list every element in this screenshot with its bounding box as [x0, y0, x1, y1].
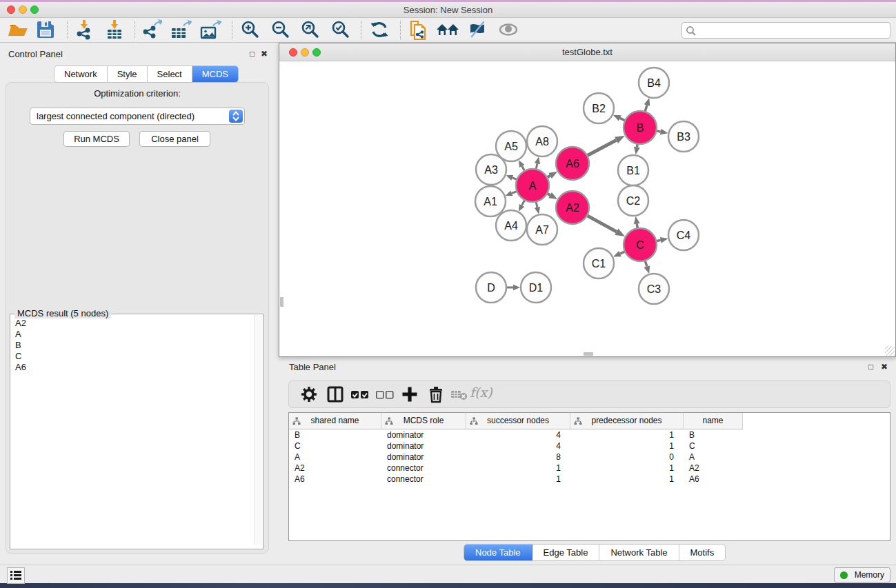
table-cell[interactable]: 4: [466, 440, 570, 452]
graph-node-C4[interactable]: C4: [668, 220, 699, 250]
graph-node-B[interactable]: B: [624, 111, 657, 144]
export-image-icon[interactable]: [198, 19, 223, 41]
graph-node-A2[interactable]: A2: [556, 191, 589, 224]
table-cell[interactable]: connector: [381, 474, 466, 485]
close-panel-icon[interactable]: ✖: [261, 49, 268, 59]
tab-select[interactable]: Select: [148, 66, 192, 82]
table-row[interactable]: Adominator80A: [289, 452, 890, 463]
mcds-list-scrollbar[interactable]: [254, 315, 262, 545]
column-header[interactable]: name: [684, 413, 743, 429]
mcds-result-item[interactable]: C: [11, 350, 254, 361]
graph-node-C3[interactable]: C3: [639, 274, 669, 304]
graph-node-A4[interactable]: A4: [496, 210, 526, 241]
graph-node-C1[interactable]: C1: [584, 248, 614, 278]
float-panel-icon[interactable]: □: [250, 49, 255, 59]
graph-edge[interactable]: [586, 215, 617, 232]
table-cell[interactable]: 0: [570, 452, 684, 463]
graph-node-B4[interactable]: B4: [639, 68, 669, 98]
import-network-icon[interactable]: [72, 19, 97, 41]
export-table-icon[interactable]: [168, 19, 193, 41]
tab-edge-table[interactable]: Edge Table: [532, 545, 600, 560]
tab-mcds[interactable]: MCDS: [192, 66, 238, 82]
column-header[interactable]: MCDS role: [381, 413, 466, 429]
network-vertical-scrollbar-thumb[interactable]: [280, 297, 283, 307]
home-icon[interactable]: [435, 19, 460, 41]
table-cell[interactable]: 4: [466, 429, 570, 440]
graph-node-B1[interactable]: B1: [618, 155, 648, 185]
mcds-result-item[interactable]: A2: [11, 317, 254, 328]
open-session-icon[interactable]: [6, 19, 30, 41]
table-cell[interactable]: 1: [570, 463, 684, 474]
table-cell[interactable]: dominator: [381, 452, 466, 463]
run-mcds-button[interactable]: Run MCDS: [63, 131, 130, 147]
close-table-panel-icon[interactable]: ✖: [881, 362, 888, 372]
select-all-icon[interactable]: [350, 385, 370, 405]
export-network-icon[interactable]: [139, 19, 164, 41]
deselect-all-icon[interactable]: [375, 385, 395, 405]
graph-node-C[interactable]: C: [624, 228, 657, 261]
tab-network-table[interactable]: Network Table: [599, 545, 679, 560]
float-table-panel-icon[interactable]: □: [868, 362, 873, 372]
mcds-result-item[interactable]: A6: [11, 361, 254, 372]
tab-network[interactable]: Network: [54, 66, 108, 82]
network-horizontal-scrollbar-thumb[interactable]: [584, 352, 593, 356]
mcds-result-item[interactable]: B: [11, 339, 254, 350]
graph-node-D1[interactable]: D1: [521, 272, 551, 303]
graph-node-A[interactable]: A: [516, 169, 549, 202]
table-row[interactable]: Bdominator41B: [289, 429, 890, 440]
graph-node-D[interactable]: D: [476, 272, 506, 303]
graph-node-C2[interactable]: C2: [618, 185, 648, 216]
table-cell[interactable]: A6: [684, 474, 743, 485]
column-header[interactable]: predecessor nodes: [570, 413, 684, 429]
add-icon[interactable]: [399, 385, 420, 405]
graph-node-B3[interactable]: B3: [668, 121, 699, 152]
column-header[interactable]: shared name: [289, 413, 381, 429]
tab-motifs[interactable]: Motifs: [679, 545, 726, 560]
zoom-selected-icon[interactable]: [328, 19, 353, 41]
column-header[interactable]: successor nodes: [466, 413, 570, 429]
graph-node-B2[interactable]: B2: [584, 93, 614, 123]
table-cell[interactable]: connector: [381, 463, 466, 474]
table-cell[interactable]: 8: [466, 452, 570, 463]
search-input[interactable]: [699, 23, 886, 37]
table-cell[interactable]: 1: [466, 474, 570, 485]
save-session-icon[interactable]: [33, 19, 58, 41]
table-cell[interactable]: 1: [570, 474, 684, 485]
table-cell[interactable]: A6: [289, 474, 381, 485]
mcds-result-item[interactable]: A: [11, 328, 254, 339]
graph-node-A7[interactable]: A7: [527, 214, 557, 245]
table-row[interactable]: A6connector11A6: [289, 474, 890, 485]
table-cell[interactable]: 1: [570, 429, 684, 440]
eye-icon[interactable]: [496, 19, 521, 41]
zoom-out-icon[interactable]: [268, 19, 293, 41]
tab-style[interactable]: Style: [108, 66, 148, 82]
import-table-icon[interactable]: [102, 19, 127, 41]
table-cell[interactable]: A2: [684, 463, 743, 474]
table-row[interactable]: A2connector11A2: [289, 463, 890, 474]
close-panel-button[interactable]: Close panel: [139, 131, 210, 147]
split-column-icon[interactable]: [325, 385, 346, 405]
graph-node-A5[interactable]: A5: [496, 131, 526, 161]
table-cell[interactable]: dominator: [381, 429, 466, 440]
table-cell[interactable]: A: [684, 452, 743, 463]
network-graph-canvas[interactable]: AA2A6BCA1A3A4A5A7A8B1B2B3B4C1C2C3C4DD1: [279, 61, 895, 357]
delete-table-icon[interactable]: [449, 385, 470, 405]
graph-node-A1[interactable]: A1: [475, 186, 506, 216]
function-builder-icon[interactable]: f(x): [470, 385, 492, 400]
criterion-dropdown[interactable]: largest connected component (directed): [30, 108, 245, 125]
gear-icon[interactable]: [299, 385, 319, 405]
graph-node-A6[interactable]: A6: [556, 147, 589, 180]
table-cell[interactable]: 1: [570, 440, 684, 452]
network-resize-grip[interactable]: [885, 346, 895, 356]
tab-node-table[interactable]: Node Table: [464, 545, 532, 560]
graph-edge[interactable]: [586, 140, 616, 156]
table-cell[interactable]: dominator: [381, 440, 466, 452]
zoom-fit-icon[interactable]: [298, 19, 323, 41]
graph-node-A8[interactable]: A8: [527, 126, 557, 156]
hide-flag-icon[interactable]: [465, 19, 490, 41]
task-history-icon[interactable]: [7, 567, 25, 584]
trash-icon[interactable]: [426, 385, 446, 405]
table-row[interactable]: Cdominator41C: [289, 440, 890, 452]
table-cell[interactable]: B: [289, 429, 381, 440]
table-cell[interactable]: A: [289, 452, 381, 463]
